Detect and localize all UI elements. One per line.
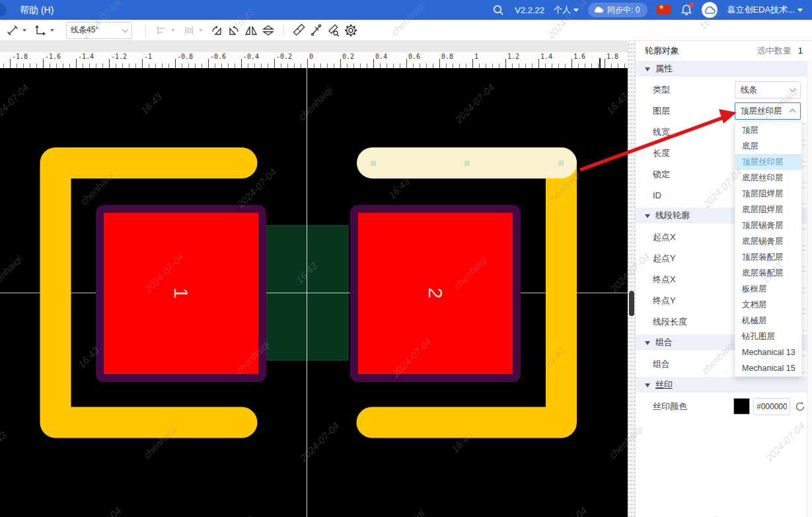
- layer-select[interactable]: 顶层丝印层: [735, 102, 801, 120]
- line-mode-select[interactable]: 线条45°: [66, 22, 132, 39]
- layer-option[interactable]: 板框层: [735, 281, 801, 297]
- pad2-number: 2: [425, 288, 447, 299]
- ruler-measure-button[interactable]: [292, 23, 307, 38]
- panel-scrollbar-track[interactable]: [807, 61, 812, 517]
- china-flag-icon[interactable]: ★: [657, 5, 671, 15]
- ruler-search-button[interactable]: [326, 23, 341, 38]
- selection-handle[interactable]: [371, 161, 376, 166]
- search-icon[interactable]: [491, 3, 505, 17]
- draw-line-tool-button[interactable]: [5, 23, 20, 38]
- chevron-down-icon: [797, 9, 803, 12]
- panel-resize-handle[interactable]: [628, 41, 636, 517]
- corner-dimension-tool-button[interactable]: [33, 23, 48, 38]
- row-silk-color: 丝印颜色: [636, 398, 812, 415]
- collapse-triangle-icon: [645, 67, 650, 71]
- ruler-tick-label: -1.4: [78, 53, 94, 60]
- sync-status-badge[interactable]: 同步中: 0: [588, 3, 647, 17]
- ruler-tick-label: -0.6: [210, 53, 226, 60]
- ruler-tick: [43, 59, 44, 68]
- account-name-menu[interactable]: 嘉立创EDA技术...: [727, 4, 803, 16]
- panel-title: 轮廓对象: [645, 41, 679, 61]
- layer-option[interactable]: 顶层锡膏层: [735, 218, 801, 233]
- app-logo-icon[interactable]: [0, 3, 7, 17]
- selection-handle[interactable]: [464, 161, 470, 166]
- ruler-tick: [572, 59, 572, 68]
- ruler-tick: [406, 59, 407, 68]
- layer-option[interactable]: 底层: [735, 138, 801, 154]
- rotate-cw-button[interactable]: [227, 23, 241, 38]
- horizontal-ruler: -1.8-1.6-1.4-1.2-1-0.8-0.6-0.4-0.200.20.…: [0, 41, 628, 68]
- layer-option[interactable]: 顶层装配层: [735, 249, 801, 265]
- ruler-cursor-marker: [599, 58, 601, 68]
- ruler-tick: [175, 59, 176, 68]
- chevron-down-icon[interactable]: [50, 29, 54, 32]
- caliper-measure-button[interactable]: [309, 23, 324, 38]
- selection-handle[interactable]: [558, 161, 564, 166]
- ruler-tick: [373, 59, 374, 68]
- notification-bell-icon[interactable]: [681, 4, 692, 16]
- ruler-tick-label: 1.6: [573, 53, 585, 60]
- chevron-down-icon: [122, 26, 129, 32]
- collapse-triangle-icon: [645, 383, 650, 387]
- ruler-tick-label: 1.2: [507, 53, 519, 60]
- ruler-tick: [241, 59, 242, 68]
- silk-color-swatch[interactable]: [733, 398, 750, 415]
- ruler-tick: [142, 59, 143, 68]
- chevron-down-icon[interactable]: [22, 29, 26, 32]
- layer-dropdown-menu: 顶层底层顶层丝印层底层丝印层顶层阻焊层底层阻焊层顶层锡膏层底层锡膏层顶层装配层底…: [735, 122, 802, 377]
- account-type-menu[interactable]: 个人: [554, 4, 579, 16]
- menu-help[interactable]: 帮助 (H): [20, 0, 54, 20]
- chevron-down-icon: [573, 9, 579, 12]
- row-type: 类型 线条: [636, 81, 812, 99]
- type-select[interactable]: 线条: [735, 81, 801, 99]
- align-button: [154, 23, 168, 38]
- layer-option[interactable]: 顶层: [735, 122, 801, 138]
- section-attributes[interactable]: 属性: [636, 61, 812, 77]
- layer-option[interactable]: 顶层丝印层: [735, 154, 801, 170]
- ruler-tick: [538, 59, 539, 68]
- chevron-down-icon: [790, 86, 796, 93]
- flip-horizontal-button[interactable]: [244, 23, 258, 38]
- toolbar-separator: [145, 24, 146, 36]
- layer-option[interactable]: 顶层阻焊层: [735, 186, 801, 202]
- layer-option[interactable]: 底层锡膏层: [735, 233, 801, 249]
- section-silkscreen[interactable]: 丝印: [636, 377, 812, 393]
- layer-option[interactable]: Mechanical 13: [735, 344, 801, 360]
- layer-option[interactable]: 机械层: [735, 313, 801, 329]
- collapse-triangle-icon: [645, 341, 650, 345]
- ruler-tick-label: -1.2: [111, 53, 127, 60]
- pad1-number: 1: [170, 288, 192, 299]
- silk-color-hex-input[interactable]: [753, 398, 790, 415]
- layer-option[interactable]: 底层丝印层: [735, 170, 801, 186]
- layer-option[interactable]: 钻孔图层: [735, 329, 801, 344]
- ruler-tick-label: -0.8: [177, 53, 193, 60]
- title-bar: 帮助 (H) V2.2.22 个人 同步中: 0 ★ 嘉立创EDA技术...: [0, 0, 812, 20]
- ruler-tick-label: 0.2: [342, 53, 354, 60]
- flip-vertical-button[interactable]: [261, 23, 276, 38]
- canvas-vertical-scrollbar[interactable]: [629, 291, 634, 316]
- pcb-canvas[interactable]: 1 2: [0, 68, 628, 517]
- settings-gear-icon[interactable]: [344, 23, 358, 38]
- layer-option[interactable]: 底层装配层: [735, 265, 801, 281]
- ruler-tick: [10, 59, 11, 68]
- ruler-tick-label: 0.4: [375, 53, 387, 60]
- ruler-tick: [439, 59, 440, 68]
- ruler-tick-label: 0: [309, 53, 313, 60]
- ruler-tick-label: -1.8: [12, 53, 28, 60]
- reset-color-icon[interactable]: [794, 401, 806, 413]
- layer-option[interactable]: 文档层: [735, 297, 801, 313]
- notification-badge: [689, 3, 694, 7]
- row-layer: 图层 顶层丝印层: [636, 102, 812, 120]
- ruler-tick-label: 1.8: [607, 53, 618, 60]
- ruler-tick-label: 0.8: [441, 53, 453, 60]
- rotate-ccw-button[interactable]: [209, 23, 224, 38]
- version-label: V2.2.22: [515, 5, 544, 15]
- ruler-tick-label: -0.2: [276, 53, 292, 60]
- selected-count: 选中数量1: [757, 41, 803, 61]
- cloud-sync-icon: [593, 6, 604, 14]
- ruler-tick: [274, 59, 275, 68]
- app-window: 帮助 (H) V2.2.22 个人 同步中: 0 ★ 嘉立创EDA技术...: [0, 0, 812, 517]
- layer-option[interactable]: 底层阻焊层: [735, 202, 801, 218]
- user-avatar[interactable]: [702, 2, 718, 18]
- layer-option[interactable]: Mechanical 15: [735, 360, 801, 376]
